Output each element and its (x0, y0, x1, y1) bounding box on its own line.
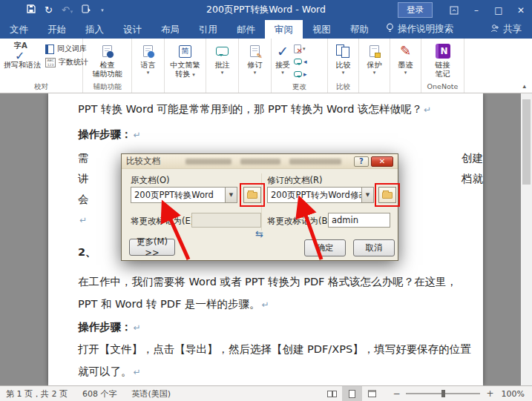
doc-heading: 2、 (78, 245, 96, 259)
paragraph-mark: ↵ (424, 105, 431, 115)
tab-home[interactable]: 开始 (38, 20, 76, 39)
collapse-ribbon-icon[interactable]: ▴ (522, 82, 526, 90)
linked-notes-button[interactable]: N 链接 笔记 (433, 41, 453, 79)
tab-help[interactable]: 帮助 (341, 20, 378, 39)
minimize-button[interactable]: – (465, 0, 487, 20)
read-mode-icon (327, 391, 337, 397)
track-changes-caret: ▾ (254, 70, 257, 76)
chinese-conversion-button[interactable]: 简 中文简繁 转换 ▾ (168, 41, 203, 79)
thesaurus-icon (45, 44, 54, 54)
sign-in-button[interactable]: 登录 (398, 2, 433, 18)
doc-fragment: 会 (78, 193, 89, 207)
next-change-icon (294, 71, 302, 77)
qat-customize-icon[interactable]: ▾ (101, 7, 104, 13)
paragraph-mark: ↵ (134, 130, 141, 140)
language-button[interactable]: 语言 ▾ (139, 41, 158, 76)
mark-changes-right-field[interactable]: admin (328, 213, 390, 228)
previous-change-button[interactable]: ◂ (294, 56, 307, 67)
doc-fragment: 创建 (462, 151, 483, 165)
ribbon-group-protect: 保护 ▾ (359, 39, 390, 93)
print-layout-button[interactable] (342, 386, 362, 401)
tab-review[interactable]: 审阅 (265, 20, 303, 39)
original-document-combobox[interactable]: 200页PPT转换Word ▼ (131, 187, 237, 203)
ink-button[interactable]: ✎ 墨迹 ▾ (396, 41, 416, 76)
vertical-scrollbar[interactable] (521, 93, 532, 385)
dialog-title-bar[interactable]: 比较文档 ? ✕ (122, 154, 398, 169)
track-changes-button[interactable]: ✎ 修订 ▾ (246, 41, 265, 76)
close-button[interactable]: ✕ (510, 0, 532, 20)
tell-me-search[interactable]: 操作说明搜索 (378, 20, 461, 39)
print-layout-icon (349, 390, 355, 398)
chinese-conversion-icon: 简 (179, 45, 191, 58)
touch-mode-icon[interactable] (82, 4, 91, 16)
doc-fragment: 讲 (78, 172, 89, 186)
zoom-in-button[interactable]: + (486, 388, 493, 399)
zoom-out-button[interactable]: − (393, 388, 400, 399)
group-label-accessibility: 辅助功能 (83, 82, 131, 93)
group-label-compare: 比较 (328, 82, 358, 93)
cancel-button[interactable]: 取消 (353, 239, 395, 256)
revised-document-combobox[interactable]: 200页PPT转为Word修改版 ▼ (267, 187, 374, 203)
ribbon-group-compare: 比较 ▾ 比较 (328, 39, 359, 93)
protect-button[interactable]: 保护 ▾ (365, 41, 384, 76)
reject-button[interactable]: ✕▾ (294, 43, 307, 54)
zoom-slider[interactable] (406, 393, 480, 394)
protect-icon (370, 45, 379, 57)
browse-original-button[interactable] (243, 187, 261, 203)
tab-mailings[interactable]: 邮件 (227, 20, 265, 39)
redo-icon[interactable]: ↻ (45, 4, 53, 16)
page-number-status[interactable]: 第 1 页，共 2 页 (6, 388, 68, 400)
share-button[interactable]: 共享 (480, 20, 532, 39)
folder-icon (247, 192, 257, 199)
word-count-icon: ABC123 (45, 58, 56, 67)
tab-file[interactable]: 文件 (0, 20, 38, 39)
tab-layout[interactable]: 布局 (151, 20, 189, 39)
language-status[interactable]: 英语(美国) (131, 388, 171, 400)
ghost-text (240, 159, 280, 165)
more-button[interactable]: 更多(M) >> (129, 239, 175, 256)
ribbon-group-onenote: N 链接 笔记 OneNote (421, 39, 464, 93)
zoom-level[interactable]: 100% (502, 389, 525, 399)
word-count-status[interactable]: 608 个字 (82, 388, 117, 400)
combobox-dropdown-icon[interactable]: ▼ (361, 188, 373, 202)
dialog-help-button[interactable]: ? (354, 156, 369, 167)
lightbulb-icon (386, 23, 394, 36)
read-mode-button[interactable] (322, 386, 342, 401)
save-icon[interactable] (27, 4, 36, 16)
spelling-grammar-button[interactable]: 字A✓ 拼写和语法 (1, 41, 43, 70)
reject-icon: ✕ (294, 44, 301, 53)
ok-button[interactable]: 确定 (304, 239, 346, 256)
check-accessibility-button[interactable]: 检查 辅助功能 (91, 41, 125, 79)
combobox-dropdown-icon[interactable]: ▼ (225, 188, 237, 202)
web-layout-button[interactable] (362, 386, 382, 401)
compare-dropdown-caret: ▾ (342, 70, 345, 76)
group-label-changes: 更改 (272, 82, 327, 93)
dialog-close-button[interactable]: ✕ (371, 156, 393, 167)
tab-references[interactable]: 引用 (189, 20, 227, 39)
track-changes-icon: ✎ (250, 45, 260, 57)
undo-icon[interactable]: ↶▾ (62, 4, 73, 16)
scrollbar-thumb[interactable] (522, 99, 531, 185)
maximize-button[interactable]: □ (487, 0, 510, 20)
tab-design[interactable]: 设计 (114, 20, 151, 39)
accept-icon: ✓ (277, 44, 289, 59)
mark-changes-left-field (191, 213, 261, 228)
previous-change-icon (294, 59, 302, 64)
accept-button[interactable]: ✓ 接受 ▾ (273, 41, 292, 76)
doc-paragraph: 打开【文件】，点击【导出】，然后选择【创建 PDF/XPS】，填写好要保存的位置 (78, 342, 471, 357)
ribbon-group-chinese-conversion: 简 中文简繁 转换 ▾ (165, 39, 206, 93)
ribbon-display-options-icon[interactable] (443, 0, 465, 20)
browse-revised-button[interactable] (378, 187, 396, 203)
zoom-slider-thumb[interactable] (441, 390, 445, 397)
word-window: ↻ ↶▾ ▾ 200页PPT转换Word - Word 登录 – □ ✕ 文件 … (0, 0, 532, 401)
compare-icon (336, 44, 351, 58)
paragraph-mark: ↵ (79, 215, 87, 225)
tab-view[interactable]: 视图 (303, 20, 341, 39)
comments-button[interactable]: 批注 ▾ (213, 41, 232, 76)
compare-button[interactable]: 比较 ▾ (334, 41, 353, 76)
language-icon (143, 45, 153, 57)
next-change-button[interactable]: ▸ (294, 68, 307, 79)
ribbon-group-accessibility: 检查 辅助功能 辅助功能 (83, 39, 132, 93)
swap-documents-icon[interactable]: ⇆ (255, 228, 263, 239)
tab-insert[interactable]: 插入 (76, 20, 114, 39)
